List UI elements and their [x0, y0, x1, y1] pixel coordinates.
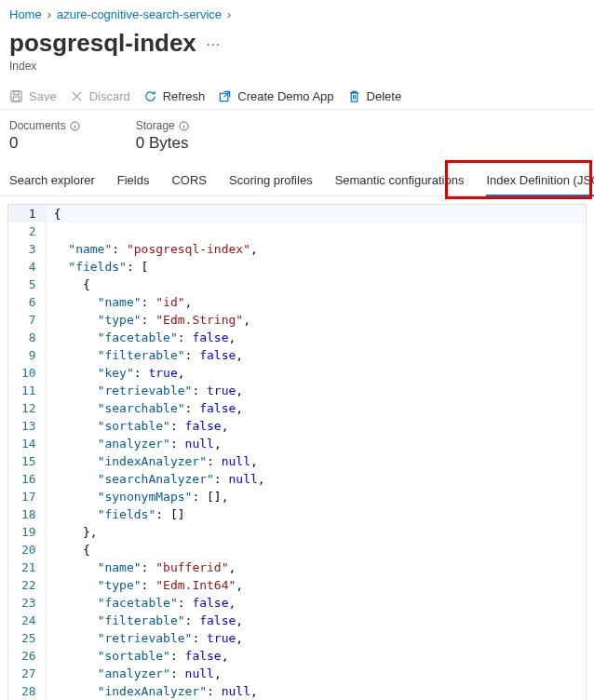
info-icon[interactable] — [179, 121, 189, 131]
create-demo-app-button[interactable]: Create Demo App — [218, 89, 333, 103]
save-icon — [9, 89, 23, 103]
trash-icon — [347, 89, 361, 103]
json-editor[interactable]: 1234567891011121314151617181920212223242… — [7, 204, 587, 700]
page-title: posgresql-index — [9, 29, 196, 58]
breadcrumb: Home › azure-cognitive-search-service › — [0, 0, 594, 25]
documents-value: 0 — [9, 134, 80, 153]
editor-gutter: 1234567891011121314151617181920212223242… — [8, 205, 47, 700]
tab-fields[interactable]: Fields — [117, 166, 150, 195]
save-label: Save — [29, 89, 57, 103]
tab-cors[interactable]: CORS — [171, 166, 207, 195]
save-button: Save — [9, 89, 57, 103]
documents-label: Documents — [9, 119, 66, 132]
close-icon — [70, 89, 84, 103]
refresh-label: Refresh — [163, 89, 206, 103]
delete-label: Delete — [367, 89, 402, 103]
tab-search-explorer[interactable]: Search explorer — [9, 166, 95, 195]
tab-semantic-configurations[interactable]: Semantic configurations — [335, 166, 465, 195]
page-subtitle: Index — [0, 60, 594, 84]
storage-stat: Storage 0 Bytes — [136, 119, 189, 153]
stats-row: Documents 0 Storage 0 Bytes — [0, 110, 594, 166]
external-link-icon — [218, 89, 232, 103]
demo-label: Create Demo App — [237, 89, 333, 103]
breadcrumb-service[interactable]: azure-cognitive-search-service — [57, 7, 222, 21]
refresh-button[interactable]: Refresh — [143, 89, 206, 103]
info-icon[interactable] — [70, 121, 80, 131]
discard-label: Discard — [89, 89, 130, 103]
tab-index-definition-json[interactable]: Index Definition (JSON) — [486, 166, 594, 196]
discard-button: Discard — [70, 89, 130, 103]
breadcrumb-home[interactable]: Home — [9, 7, 42, 21]
more-actions-button[interactable]: … — [206, 33, 221, 55]
chevron-right-icon: › — [47, 7, 51, 21]
tabs: Search explorer Fields CORS Scoring prof… — [0, 166, 594, 196]
delete-button[interactable]: Delete — [347, 89, 402, 103]
storage-value: 0 Bytes — [136, 134, 189, 153]
refresh-icon — [143, 89, 157, 103]
tab-scoring-profiles[interactable]: Scoring profiles — [229, 166, 313, 195]
svg-rect-1 — [14, 91, 20, 95]
editor-code[interactable]: { "name": "posgresql-index", "fields": [… — [47, 205, 586, 700]
toolbar: Save Discard Refresh Create Demo App Del… — [0, 84, 594, 110]
documents-stat: Documents 0 — [9, 119, 80, 153]
storage-label: Storage — [136, 119, 175, 132]
chevron-right-icon: › — [227, 7, 231, 21]
svg-rect-4 — [351, 93, 358, 101]
svg-rect-2 — [13, 97, 20, 101]
